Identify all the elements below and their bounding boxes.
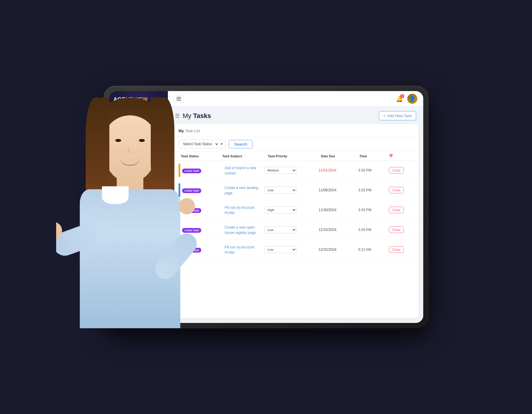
date-due-cell: 11/30/2024 — [319, 208, 357, 212]
task-status-cell: Active Task — [182, 168, 223, 173]
priority-bar — [179, 183, 180, 197]
sidebar: AGENT VIEW ▾ Dani — [109, 91, 168, 323]
hand-left — [56, 222, 62, 240]
priority-select[interactable]: Low Medium High Urgent — [264, 246, 297, 253]
priority-select[interactable]: Low Medium High Urgent — [264, 187, 297, 194]
add-new-task-button[interactable]: + Add New Task — [379, 111, 416, 120]
task-status-cell: Active Task — [182, 247, 223, 253]
priority-select[interactable]: Low Medium High Urgent — [264, 226, 297, 233]
task-subject-link[interactable]: Add or import a new contact — [225, 166, 256, 175]
page-title-my: My — [183, 112, 191, 119]
active-badge: Active Task — [182, 248, 201, 253]
home-icon: ⊞ — [113, 140, 118, 145]
avatar — [113, 119, 126, 132]
task-subject-cell[interactable]: Fill out my Account Profile — [225, 244, 263, 255]
chevron-down-icon: ▾ — [221, 142, 223, 146]
active-badge: Active Task — [182, 228, 201, 233]
hamburger-button[interactable] — [174, 95, 184, 103]
task-priority-cell[interactable]: Low Medium High Urgent — [264, 226, 317, 233]
date-due-cell: 11/06/2024 — [319, 188, 357, 192]
close-button[interactable]: Close — [389, 207, 404, 213]
time-cell: 3:26 PM — [358, 188, 388, 192]
task-subject-link[interactable]: Create a new landing page — [225, 186, 258, 195]
task-list-title: My Task List — [179, 129, 200, 133]
task-list-italic: Task List — [185, 129, 200, 133]
sidebar-collapse[interactable]: ▾ — [109, 106, 168, 113]
header-task-priority: Task Priority — [268, 154, 321, 158]
close-button[interactable]: Close — [389, 246, 404, 253]
active-badge: Active Task — [182, 169, 201, 173]
task-status-cell: Active Task — [182, 187, 223, 193]
tablet-screen: AGENT VIEW ▾ Dani — [109, 91, 423, 323]
sidebar-nav: ⊞ Dashboard — [109, 135, 168, 151]
header-task-subject: Task Subject — [222, 154, 268, 158]
task-priority-cell[interactable]: Low Medium High Urgent — [264, 246, 317, 253]
page-header: ☰ My Tasks + Add New Task — [168, 106, 423, 124]
close-button[interactable]: Close — [389, 167, 404, 174]
task-priority-cell[interactable]: Low Medium High Urgent — [264, 187, 317, 194]
close-cell[interactable]: Close — [389, 167, 413, 174]
search-button[interactable]: Search — [229, 140, 253, 148]
logo-view-text: VIEW — [134, 96, 148, 103]
logo-agent-text: AGENT — [113, 96, 133, 103]
my-word: My — [179, 129, 184, 133]
priority-select[interactable]: High Low Medium Urgent — [264, 206, 297, 214]
page-title-area: ☰ My Tasks — [175, 112, 211, 120]
date-due-cell: 12/15/2024 — [319, 248, 357, 252]
topbar-right: 🔔 5 👤 — [396, 94, 417, 104]
task-subject-cell[interactable]: Create a new open house registry page — [225, 224, 263, 235]
task-list-header: My Task List — [173, 124, 419, 137]
task-subject-link[interactable]: Fill out my Account Profile — [225, 206, 254, 215]
close-cell[interactable]: Close — [389, 207, 413, 213]
task-status-cell: Active Task — [182, 227, 223, 233]
profile-name: Daniel Garcia — [129, 122, 153, 126]
task-subject-cell[interactable]: Fill out my Account Profile — [225, 205, 263, 215]
collapse-button[interactable]: ▾ — [135, 106, 142, 113]
sidebar-item-label: Dashboard — [121, 141, 139, 145]
hamburger-line-3 — [176, 100, 181, 101]
priority-bar — [179, 243, 180, 256]
table-header-row: Task Status Task Subject Task Priority D… — [173, 152, 419, 161]
date-due-cell: 12/15/2024 — [319, 228, 357, 232]
time-cell: 9:12 AM — [358, 248, 388, 252]
task-subject-cell[interactable]: Add or import a new contact — [225, 165, 263, 176]
hamburger-line-2 — [176, 98, 181, 99]
date-due-cell: 11/01/2024 — [319, 168, 357, 172]
task-subject-cell[interactable]: Create a new landing page — [225, 185, 263, 195]
priority-bar — [179, 203, 180, 217]
close-button[interactable]: Close — [389, 227, 404, 233]
table-row: Active Task Fill out my Account Profile … — [173, 200, 419, 220]
close-cell[interactable]: Close — [389, 227, 413, 233]
table-row: Active Task Add or import a new contact … — [173, 161, 419, 180]
status-select-wrapper[interactable]: Select Task Status Active Task Closed ▾ — [179, 140, 226, 148]
active-badge: Active Task — [182, 188, 201, 193]
header-calendar: 📅 — [389, 154, 413, 158]
time-cell: 3:26 PM — [358, 168, 388, 172]
notification-button[interactable]: 🔔 5 — [396, 95, 403, 102]
task-priority-cell[interactable]: Medium Low High Urgent — [264, 167, 317, 174]
task-status-select[interactable]: Select Task Status Active Task Closed — [182, 142, 219, 146]
tablet-frame: AGENT VIEW ▾ Dani — [103, 86, 429, 328]
task-priority-cell[interactable]: High Low Medium Urgent — [264, 206, 317, 214]
page-title: My Tasks — [183, 112, 211, 120]
plus-icon: + — [383, 114, 386, 118]
task-list-container: My Task List Select Task Status Active T… — [173, 124, 419, 318]
priority-select[interactable]: Medium Low High Urgent — [264, 167, 297, 174]
header-time: Time — [359, 154, 389, 158]
header-task-status: Task Status — [181, 154, 222, 158]
user-avatar-icon: 👤 — [409, 96, 416, 102]
table-row: Active Task Create a new open house regi… — [173, 220, 419, 240]
task-subject-link[interactable]: Create a new open house registry page — [225, 225, 256, 235]
table-row: Active Task Fill out my Account Profile … — [173, 240, 419, 260]
notification-badge: 5 — [400, 94, 404, 98]
close-cell[interactable]: Close — [389, 187, 413, 193]
priority-bar — [179, 223, 180, 237]
user-avatar[interactable]: 👤 — [407, 94, 417, 104]
chevron-down-icon: ▾ — [138, 108, 139, 111]
close-button[interactable]: Close — [389, 187, 404, 193]
close-cell[interactable]: Close — [389, 246, 413, 253]
task-subject-link[interactable]: Fill out my Account Profile — [225, 245, 254, 255]
time-cell: 3:26 PM — [358, 208, 388, 212]
sidebar-item-dashboard[interactable]: ⊞ Dashboard — [109, 138, 168, 148]
table-row: Active Task Create a new landing page Lo… — [173, 180, 419, 200]
